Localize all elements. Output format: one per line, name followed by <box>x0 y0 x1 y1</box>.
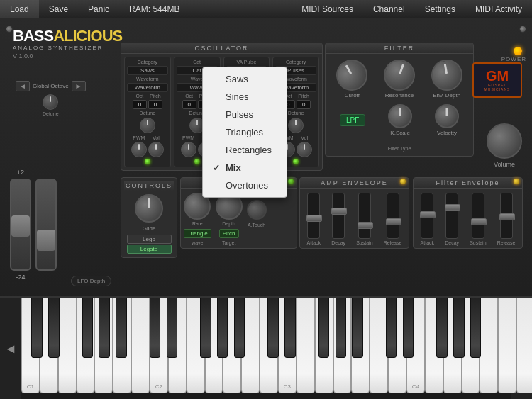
black-key[interactable] <box>116 298 126 358</box>
amp-release-track[interactable] <box>387 193 399 239</box>
osc4-vol-knob[interactable] <box>297 142 312 157</box>
black-key[interactable] <box>403 298 414 358</box>
white-key[interactable] <box>498 298 516 393</box>
waveform-dropdown[interactable]: Saws Sines Pulses Triangles Rectangles ✓… <box>202 67 287 198</box>
amp-decay-track[interactable] <box>332 193 345 239</box>
filter-release-thumb[interactable] <box>499 213 515 220</box>
osc4-pitch-value[interactable]: 0 <box>297 100 311 109</box>
dropdown-item-overtones[interactable]: Overtones <box>203 176 287 194</box>
resonance-label: Resonance <box>385 92 414 99</box>
black-key[interactable] <box>99 298 109 358</box>
settings-button[interactable]: Settings <box>415 0 465 18</box>
cutoff-knob[interactable] <box>331 54 373 96</box>
filter-decay-thumb[interactable] <box>445 204 460 211</box>
black-key[interactable] <box>31 298 42 358</box>
amp-attack-track[interactable] <box>307 193 320 239</box>
white-key[interactable] <box>516 298 532 393</box>
octave-down-btn[interactable]: ◄ <box>16 81 30 91</box>
osc2-pwm-knob[interactable] <box>181 142 196 157</box>
filter-attack-group: Attack <box>421 193 434 245</box>
rectangles-label: Rectangles <box>226 145 272 155</box>
dropdown-item-triangles[interactable]: Triangles <box>203 123 287 141</box>
midi-sources-button[interactable]: MIDI Sources <box>292 0 363 18</box>
velocity-knob[interactable] <box>435 104 459 128</box>
resonance-knob[interactable] <box>379 55 419 95</box>
lfo-atouch-knob[interactable] <box>247 200 267 220</box>
osc1-waveform-value[interactable]: Waveform <box>127 83 168 92</box>
osc4-detune-knob[interactable] <box>288 118 304 133</box>
panic-button[interactable]: Panic <box>78 0 119 18</box>
filter-sustain-track[interactable] <box>472 193 484 239</box>
pitch-plus-label: +2 <box>17 169 24 176</box>
filter-release-group: Release <box>497 193 516 245</box>
osc1-pwm-knob[interactable] <box>131 142 147 157</box>
osc1-pitch-value[interactable]: 0 <box>148 100 162 109</box>
dropdown-item-pulses[interactable]: Pulses <box>203 106 287 123</box>
lfo-pitch-btn[interactable]: Pitch <box>219 229 239 238</box>
osc1-vol-knob[interactable] <box>148 142 164 157</box>
filter-release-track[interactable] <box>500 193 513 239</box>
top-menu-bar: Load Save Panic RAM: 544MB MIDI Sources … <box>0 0 532 18</box>
volume-label: Volume <box>494 161 515 168</box>
amp-sustain-thumb[interactable] <box>358 222 373 229</box>
volume-knob[interactable] <box>487 123 522 159</box>
kscale-label: K.Scale <box>390 130 410 136</box>
detune-knob[interactable] <box>43 94 58 110</box>
lego-btn[interactable]: Lego <box>127 235 172 244</box>
osc1-oct-value[interactable]: 0 <box>133 100 147 109</box>
black-key[interactable] <box>234 298 245 358</box>
black-key[interactable] <box>453 298 464 358</box>
amp-env-header: AMP ENVELOPE <box>300 178 409 189</box>
midi-activity-button[interactable]: MIDI Activity <box>465 0 532 18</box>
black-key[interactable] <box>267 298 278 358</box>
filter-sustain-thumb[interactable] <box>471 218 487 225</box>
glide-knob[interactable] <box>135 194 163 223</box>
load-button[interactable]: Load <box>0 0 39 18</box>
black-key[interactable] <box>284 298 295 358</box>
black-key[interactable] <box>436 298 447 358</box>
dropdown-item-mix[interactable]: ✓ Mix <box>203 159 287 176</box>
env-depth-knob[interactable] <box>428 57 465 94</box>
black-key[interactable] <box>318 298 329 358</box>
black-key[interactable] <box>217 298 228 358</box>
save-button[interactable]: Save <box>39 0 78 18</box>
mod-wheel[interactable] <box>35 179 57 271</box>
dropdown-item-sines[interactable]: Sines <box>203 88 287 106</box>
kscale-knob[interactable] <box>388 104 412 128</box>
filter-type-btn[interactable]: LPF <box>340 114 365 126</box>
white-key[interactable] <box>297 298 315 393</box>
black-key[interactable] <box>200 298 211 358</box>
filter-attack-track[interactable] <box>421 193 433 239</box>
legato-btn[interactable]: Legato <box>127 245 172 254</box>
lfo-wave-btn[interactable]: Triangle <box>184 229 211 238</box>
amp-decay-thumb[interactable] <box>331 208 347 215</box>
pitch-wheel[interactable] <box>10 179 31 271</box>
black-key[interactable] <box>150 298 160 358</box>
dropdown-item-rectangles[interactable]: Rectangles <box>203 141 287 159</box>
amp-sustain-track[interactable] <box>358 193 371 239</box>
osc1-category-value[interactable]: Saws <box>127 66 168 75</box>
dropdown-item-saws[interactable]: Saws <box>203 70 287 88</box>
mix-check: ✓ <box>213 163 221 173</box>
octave-up-btn[interactable]: ► <box>72 81 86 91</box>
filter-attack-thumb[interactable] <box>420 211 436 218</box>
white-key[interactable] <box>131 298 150 393</box>
black-key[interactable] <box>48 298 59 358</box>
black-key[interactable] <box>386 298 397 358</box>
filter-decay-track[interactable] <box>445 193 458 239</box>
amp-attack-thumb[interactable] <box>306 215 322 222</box>
osc1-detune-knob[interactable] <box>140 118 155 133</box>
keyboard-nav-left[interactable]: ◄ <box>0 298 21 399</box>
white-key[interactable] <box>480 298 498 393</box>
filter-env-led <box>514 179 519 184</box>
black-key[interactable] <box>352 298 362 358</box>
osc2-oct-value[interactable]: 0 <box>182 100 196 109</box>
channel-button[interactable]: Channel <box>363 0 415 18</box>
key-label: C2 <box>155 383 162 390</box>
white-key[interactable] <box>58 298 77 393</box>
black-key[interactable] <box>167 298 177 358</box>
black-key[interactable] <box>336 298 346 358</box>
black-key[interactable] <box>470 298 481 358</box>
amp-release-thumb[interactable] <box>386 218 401 225</box>
black-key[interactable] <box>82 298 93 358</box>
